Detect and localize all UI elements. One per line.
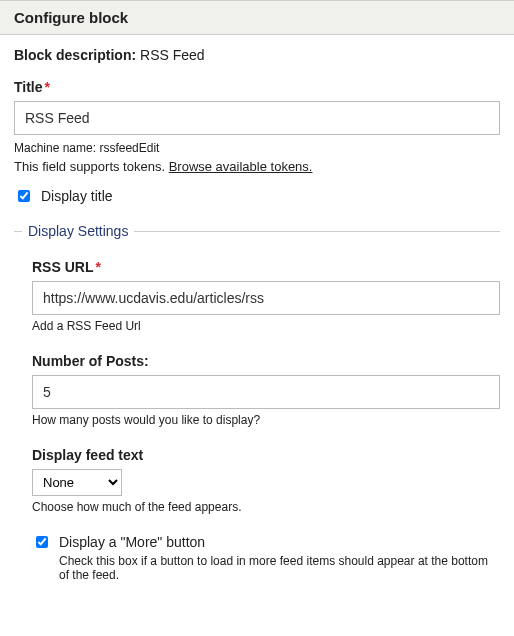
rss-url-group: RSS URL* Add a RSS Feed Url: [32, 259, 500, 333]
tokens-text: This field supports tokens.: [14, 159, 165, 174]
header-bar: Configure block: [0, 0, 514, 35]
num-posts-input[interactable]: [32, 375, 500, 409]
feed-text-select[interactable]: None: [32, 469, 122, 496]
feed-text-help: Choose how much of the feed appears.: [32, 500, 500, 514]
machine-name-row: Machine name: rssfeedEdit: [14, 141, 500, 155]
more-button-help: Check this box if a button to load in mo…: [59, 554, 500, 582]
required-mark: *: [95, 259, 100, 275]
block-description: Block description: RSS Feed: [14, 47, 500, 63]
rss-url-help: Add a RSS Feed Url: [32, 319, 500, 333]
rss-url-input[interactable]: [32, 281, 500, 315]
more-button-checkbox[interactable]: [36, 536, 48, 548]
block-desc-label: Block description:: [14, 47, 136, 63]
more-button-row: Display a "More" button Check this box i…: [32, 534, 500, 582]
title-group: Title* Machine name: rssfeedEdit This fi…: [14, 79, 500, 174]
more-button-label: Display a "More" button: [59, 534, 500, 550]
num-posts-group: Number of Posts: How many posts would yo…: [32, 353, 500, 427]
machine-name-value: rssfeedEdit: [99, 141, 159, 155]
title-input[interactable]: [14, 101, 500, 135]
feed-text-label: Display feed text: [32, 447, 500, 463]
machine-name-label: Machine name:: [14, 141, 96, 155]
fieldset-legend: Display Settings: [22, 223, 134, 239]
display-title-checkbox[interactable]: [18, 190, 30, 202]
num-posts-help: How many posts would you like to display…: [32, 413, 500, 427]
display-title-row: Display title: [14, 188, 500, 205]
more-button-text: Display a "More" button Check this box i…: [59, 534, 500, 582]
feed-text-group: Display feed text None Choose how much o…: [32, 447, 500, 514]
tokens-help: This field supports tokens. Browse avail…: [14, 159, 500, 174]
required-mark: *: [45, 79, 50, 95]
form-content: Block description: RSS Feed Title* Machi…: [0, 35, 514, 600]
display-title-label: Display title: [41, 188, 113, 204]
num-posts-label: Number of Posts:: [32, 353, 500, 369]
title-label: Title*: [14, 79, 500, 95]
fieldset-inner: RSS URL* Add a RSS Feed Url Number of Po…: [14, 253, 500, 582]
block-desc-value: RSS Feed: [140, 47, 205, 63]
tokens-link[interactable]: Browse available tokens.: [169, 159, 313, 174]
page-title: Configure block: [14, 9, 500, 26]
rss-url-label: RSS URL*: [32, 259, 500, 275]
display-settings-fieldset: Display Settings RSS URL* Add a RSS Feed…: [14, 223, 500, 588]
